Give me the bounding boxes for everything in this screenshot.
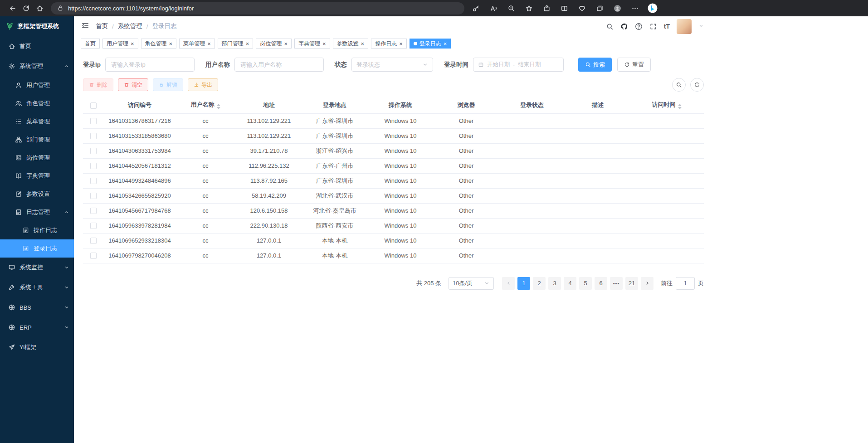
page-size-select[interactable]: 10条/页 (449, 277, 494, 290)
next-page-button[interactable] (641, 277, 653, 290)
close-tab-icon[interactable]: × (284, 41, 288, 47)
close-tab-icon[interactable]: × (207, 41, 211, 47)
row-checkbox[interactable] (90, 118, 97, 124)
split-screen-icon[interactable] (557, 2, 571, 15)
page-button[interactable]: 6 (595, 277, 607, 290)
sidebar-item-system-tools[interactable]: 系统工具 (0, 277, 74, 297)
date-range-picker[interactable]: 开始日期 - 结束日期 (473, 58, 564, 72)
sidebar-item-param-settings[interactable]: 参数设置 (0, 185, 74, 203)
text-size-icon[interactable]: tT (664, 23, 670, 30)
search-icon[interactable] (606, 23, 614, 30)
menu-fold-icon[interactable] (81, 21, 89, 31)
row-checkbox[interactable] (90, 133, 97, 139)
breadcrumb-item[interactable]: 首页 (96, 22, 108, 30)
sidebar-item-system-monitor[interactable]: 系统监控 (0, 258, 74, 277)
clear-button[interactable]: 清空 (118, 78, 148, 91)
column-header[interactable]: 访问时间 (629, 97, 704, 113)
row-checkbox[interactable] (90, 178, 97, 184)
select-all-checkbox[interactable] (90, 102, 97, 109)
tab-dept-management[interactable]: 部门管理× (218, 39, 254, 49)
sidebar-item-post-management[interactable]: 岗位管理 (0, 149, 74, 167)
row-checkbox[interactable] (90, 148, 97, 154)
copilot-icon[interactable] (646, 2, 659, 15)
tab-home[interactable]: 首页 (81, 39, 100, 49)
sidebar-item-user-management[interactable]: 用户管理 (0, 76, 74, 94)
read-aloud-icon[interactable] (487, 2, 500, 15)
sidebar-item-yi-framework[interactable]: Yi框架 (0, 337, 74, 357)
refresh-table-icon[interactable] (690, 78, 704, 92)
export-button[interactable]: 导出 (188, 78, 218, 91)
page-button[interactable]: 5 (579, 277, 592, 290)
browser-home-button[interactable] (33, 2, 46, 15)
browser-back-button[interactable] (5, 2, 19, 15)
user-name-input[interactable] (234, 58, 324, 72)
row-checkbox[interactable] (90, 238, 97, 244)
tab-login-log[interactable]: 登录日志× (410, 39, 451, 49)
row-checkbox[interactable] (90, 208, 97, 214)
github-icon[interactable] (620, 23, 628, 30)
sidebar-item-erp[interactable]: ERP (0, 317, 74, 337)
table-cell: 湖北省-武汉市 (303, 188, 366, 203)
key-icon[interactable] (469, 2, 483, 15)
page-button[interactable]: 1 (517, 277, 530, 290)
prev-page-button[interactable] (502, 277, 515, 290)
user-icon (15, 82, 22, 89)
reset-button[interactable]: 重置 (617, 58, 651, 72)
goto-page-input[interactable] (676, 277, 695, 290)
more-pages-button[interactable]: ••• (610, 277, 623, 290)
sidebar-item-system-management[interactable]: 系统管理 (0, 56, 74, 76)
tab-user-management[interactable]: 用户管理× (102, 39, 138, 49)
close-tab-icon[interactable]: × (399, 41, 403, 47)
tab-role-management[interactable]: 角色管理× (141, 39, 177, 49)
close-tab-icon[interactable]: × (361, 41, 365, 47)
column-header[interactable]: 用户名称 (176, 97, 235, 113)
row-checkbox[interactable] (90, 163, 97, 169)
login-ip-input[interactable] (105, 58, 195, 72)
breadcrumb-item[interactable]: 系统管理 (118, 22, 142, 30)
sidebar-item-operation-log[interactable]: 操作日志 (0, 221, 74, 239)
tab-dict-management[interactable]: 字典管理× (294, 39, 330, 49)
sidebar-item-dict-management[interactable]: 字典管理 (0, 167, 74, 185)
help-icon[interactable] (635, 23, 643, 30)
page-button[interactable]: 4 (564, 277, 576, 290)
sort-icon[interactable] (217, 104, 220, 109)
sidebar-item-log-management[interactable]: 日志管理 (0, 203, 74, 221)
close-tab-icon[interactable]: × (169, 41, 173, 47)
toggle-search-icon[interactable] (672, 78, 686, 92)
sidebar-item-dept-management[interactable]: 部门管理 (0, 131, 74, 149)
sidebar-item-bbs[interactable]: BBS (0, 297, 74, 317)
user-avatar[interactable] (677, 19, 692, 34)
address-bar[interactable]: https://ccnetcore.com:1101/system/log/lo… (51, 2, 464, 15)
tab-menu-management[interactable]: 菜单管理× (179, 39, 215, 49)
close-tab-icon[interactable]: × (322, 41, 326, 47)
extensions-icon[interactable] (540, 2, 553, 15)
page-button[interactable]: 3 (548, 277, 561, 290)
browser-refresh-button[interactable] (19, 2, 33, 15)
sidebar-item-role-management[interactable]: 角色管理 (0, 94, 74, 112)
sidebar-item-home[interactable]: 首页 (0, 36, 74, 56)
browser-essentials-icon[interactable] (575, 2, 589, 15)
fullscreen-icon[interactable] (649, 23, 657, 30)
login-status-select[interactable]: 登录状态 (351, 58, 433, 72)
page-button[interactable]: 21 (625, 277, 638, 290)
sidebar-item-login-log[interactable]: 登录日志 (0, 239, 74, 258)
sort-icon[interactable] (678, 104, 682, 109)
close-tab-icon[interactable]: × (131, 41, 134, 47)
tab-operation-log[interactable]: 操作日志× (371, 39, 407, 49)
collections-icon[interactable] (593, 2, 606, 15)
avatar-caret-down-icon[interactable] (698, 22, 704, 30)
favorites-icon[interactable] (522, 2, 536, 15)
close-tab-icon[interactable]: × (246, 41, 249, 47)
row-checkbox[interactable] (90, 253, 97, 259)
row-checkbox[interactable] (90, 193, 97, 199)
tab-post-management[interactable]: 岗位管理× (256, 39, 292, 49)
more-options-icon[interactable] (628, 2, 642, 15)
row-checkbox[interactable] (90, 223, 97, 229)
tab-param-settings[interactable]: 参数设置× (333, 39, 369, 49)
search-button[interactable]: 搜索 (578, 58, 612, 72)
profile-icon[interactable] (610, 2, 624, 15)
sidebar-item-menu-management[interactable]: 菜单管理 (0, 112, 74, 131)
zoom-out-icon[interactable] (504, 2, 518, 15)
close-tab-icon[interactable]: × (444, 41, 447, 47)
page-button[interactable]: 2 (533, 277, 546, 290)
